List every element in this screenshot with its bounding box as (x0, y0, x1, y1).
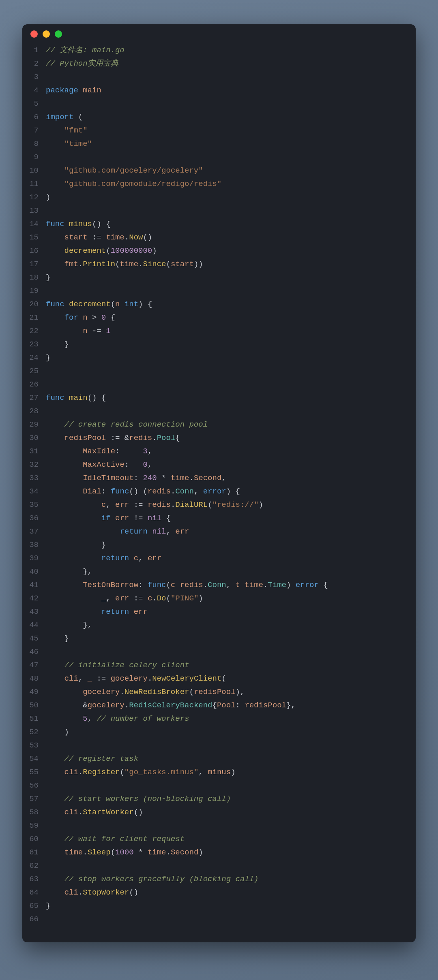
line-number: 26 (22, 378, 39, 391)
code-line[interactable]: }, (46, 619, 408, 632)
code-line[interactable] (46, 779, 408, 792)
line-number: 9 (22, 151, 39, 164)
code-line[interactable] (46, 819, 408, 833)
code-content[interactable]: // 文件名: main.go// Python实用宝典 package mai… (46, 44, 408, 926)
code-line[interactable]: } (46, 271, 408, 284)
code-area[interactable]: 1234567891011121314151617181920212223242… (22, 44, 416, 930)
line-number: 31 (22, 445, 39, 458)
line-number: 27 (22, 391, 39, 405)
code-line[interactable] (46, 378, 408, 391)
line-number: 34 (22, 485, 39, 498)
line-number: 5 (22, 97, 39, 111)
line-number: 29 (22, 418, 39, 431)
code-line[interactable]: &gocelery.RedisCeleryBackend{Pool: redis… (46, 699, 408, 712)
code-line[interactable]: if err != nil { (46, 512, 408, 525)
code-line[interactable] (46, 284, 408, 298)
line-number: 15 (22, 231, 39, 244)
code-line[interactable]: // register task (46, 752, 408, 766)
code-line[interactable] (46, 739, 408, 752)
code-line[interactable]: "github.com/gocelery/gocelery" (46, 164, 408, 177)
close-icon[interactable] (30, 30, 38, 38)
code-line[interactable]: ) (46, 191, 408, 204)
code-line[interactable]: IdleTimeout: 240 * time.Second, (46, 472, 408, 485)
code-line[interactable]: // start workers (non-blocking call) (46, 792, 408, 806)
code-line[interactable] (46, 913, 408, 926)
line-number: 20 (22, 298, 39, 311)
code-line[interactable]: cli.StopWorker() (46, 886, 408, 899)
line-number: 12 (22, 191, 39, 204)
code-line[interactable]: // create redis connection pool (46, 418, 408, 431)
line-number: 55 (22, 766, 39, 779)
code-line[interactable]: } (46, 351, 408, 365)
code-line[interactable]: // 文件名: main.go (46, 44, 408, 57)
code-line[interactable]: "fmt" (46, 124, 408, 137)
code-line[interactable]: decrement(100000000) (46, 244, 408, 258)
code-line[interactable]: // Python实用宝典 (46, 57, 408, 70)
code-line[interactable]: TestOnBorrow: func(c redis.Conn, t time.… (46, 579, 408, 592)
code-line[interactable] (46, 645, 408, 659)
code-line[interactable]: // stop workers gracefully (blocking cal… (46, 873, 408, 886)
line-number: 38 (22, 538, 39, 552)
code-line[interactable] (46, 151, 408, 164)
maximize-icon[interactable] (55, 30, 62, 38)
code-line[interactable]: ) (46, 726, 408, 739)
code-line[interactable]: cli.Register("go_tasks.minus", minus) (46, 766, 408, 779)
code-line[interactable]: } (46, 899, 408, 913)
line-number: 59 (22, 819, 39, 833)
line-number: 46 (22, 645, 39, 659)
code-line[interactable]: } (46, 538, 408, 552)
minimize-icon[interactable] (43, 30, 50, 38)
code-line[interactable] (46, 97, 408, 111)
code-line[interactable]: MaxActive: 0, (46, 458, 408, 472)
code-line[interactable]: time.Sleep(1000 * time.Second) (46, 846, 408, 859)
code-line[interactable]: 5, // number of workers (46, 712, 408, 726)
code-line[interactable]: for n > 0 { (46, 311, 408, 325)
code-line[interactable]: package main (46, 84, 408, 97)
code-line[interactable]: import ( (46, 111, 408, 124)
code-line[interactable] (46, 859, 408, 873)
code-line[interactable]: fmt.Println(time.Since(start)) (46, 258, 408, 271)
code-line[interactable]: c, err := redis.DialURL("redis://") (46, 498, 408, 512)
line-number: 50 (22, 699, 39, 712)
code-line[interactable]: // initialize celery client (46, 659, 408, 672)
code-line[interactable]: // wait for client request (46, 833, 408, 846)
code-line[interactable]: return nil, err (46, 525, 408, 538)
code-line[interactable]: return c, err (46, 552, 408, 565)
code-line[interactable]: MaxIdle: 3, (46, 445, 408, 458)
code-line[interactable] (46, 365, 408, 378)
line-number: 10 (22, 164, 39, 177)
code-line[interactable]: n -= 1 (46, 325, 408, 338)
line-number: 47 (22, 659, 39, 672)
line-number: 51 (22, 712, 39, 726)
line-number: 35 (22, 498, 39, 512)
code-line[interactable]: Dial: func() (redis.Conn, error) { (46, 485, 408, 498)
line-number: 43 (22, 605, 39, 619)
code-line[interactable]: cli, _ := gocelery.NewCeleryClient( (46, 672, 408, 685)
code-line[interactable]: "time" (46, 137, 408, 151)
line-number: 11 (22, 177, 39, 191)
code-line[interactable] (46, 405, 408, 418)
line-number: 18 (22, 271, 39, 284)
code-line[interactable]: gocelery.NewRedisBroker(redisPool), (46, 685, 408, 699)
code-line[interactable]: _, err := c.Do("PING") (46, 592, 408, 605)
code-line[interactable]: func minus() { (46, 218, 408, 231)
line-number: 16 (22, 244, 39, 258)
code-line[interactable]: redisPool := &redis.Pool{ (46, 431, 408, 445)
code-line[interactable]: }, (46, 565, 408, 579)
code-line[interactable] (46, 70, 408, 84)
line-number: 66 (22, 913, 39, 926)
code-line[interactable]: start := time.Now() (46, 231, 408, 244)
line-number: 56 (22, 779, 39, 792)
line-number: 28 (22, 405, 39, 418)
line-number: 57 (22, 792, 39, 806)
line-number: 30 (22, 431, 39, 445)
code-line[interactable]: return err (46, 605, 408, 619)
line-number: 52 (22, 726, 39, 739)
code-line[interactable]: "github.com/gomodule/redigo/redis" (46, 177, 408, 191)
code-line[interactable]: func decrement(n int) { (46, 298, 408, 311)
code-line[interactable]: func main() { (46, 391, 408, 405)
code-line[interactable]: } (46, 632, 408, 645)
code-line[interactable]: cli.StartWorker() (46, 806, 408, 819)
code-line[interactable]: } (46, 338, 408, 351)
code-line[interactable] (46, 204, 408, 218)
